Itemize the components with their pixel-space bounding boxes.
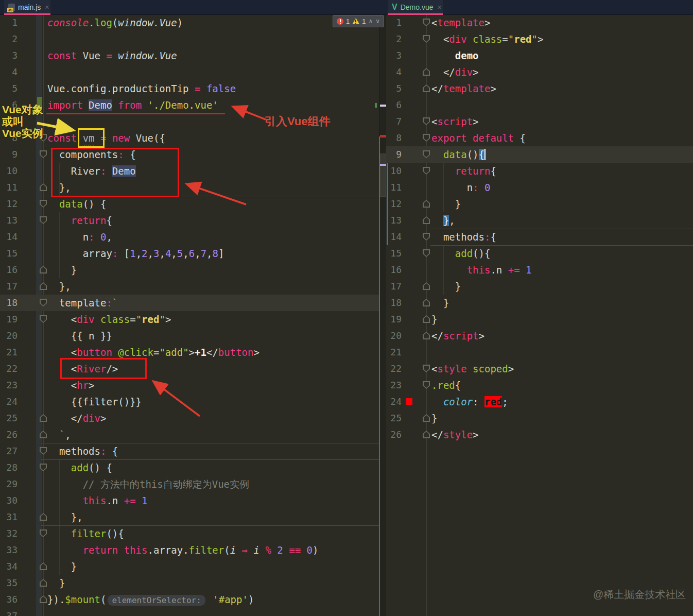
fold-marker-icon[interactable] xyxy=(423,332,430,339)
fold-marker-icon[interactable] xyxy=(423,282,430,290)
code-text[interactable]: methods: { xyxy=(0,443,379,459)
line-number[interactable]: 25 xyxy=(386,410,402,426)
line-number[interactable]: 1 xyxy=(386,14,402,31)
code-line[interactable]: 18 } xyxy=(386,295,693,311)
code-text[interactable]: <div class="red"> xyxy=(0,311,379,328)
line-number[interactable]: 20 xyxy=(0,328,18,344)
fold-marker-icon[interactable] xyxy=(40,150,47,158)
line-number[interactable]: 10 xyxy=(0,163,18,179)
code-text[interactable]: } xyxy=(0,575,379,591)
code-text[interactable]: <button @click="add">+1</button> xyxy=(0,344,379,361)
code-text[interactable]: <River/> xyxy=(0,361,379,377)
code-text[interactable]: <script> xyxy=(386,113,693,130)
color-swatch-icon[interactable] xyxy=(406,398,412,405)
fold-marker-icon[interactable] xyxy=(423,117,430,125)
line-number[interactable]: 11 xyxy=(386,179,402,196)
fold-marker-icon[interactable] xyxy=(40,431,47,438)
line-number[interactable]: 23 xyxy=(386,377,402,393)
code-text[interactable]: n: 0, xyxy=(0,229,379,245)
code-line[interactable]: 22<style scoped> xyxy=(386,361,693,377)
code-text[interactable]: import Demo from './Demo.vue' xyxy=(0,97,379,113)
fold-marker-icon[interactable] xyxy=(40,562,47,570)
line-number[interactable]: 4 xyxy=(386,64,402,80)
code-line[interactable]: 36}).$mount(elementOrSelector: '#app') xyxy=(0,591,379,608)
code-line[interactable]: 4 xyxy=(0,64,379,80)
code-line[interactable]: 2 xyxy=(0,31,379,47)
code-text[interactable]: </div> xyxy=(0,410,379,426)
code-text[interactable]: this.n += 1 xyxy=(0,492,379,509)
code-text[interactable]: {{filter()}} xyxy=(0,393,379,410)
line-number[interactable]: 33 xyxy=(0,542,18,558)
code-line[interactable]: 26 `, xyxy=(0,426,379,443)
line-number[interactable]: 8 xyxy=(386,130,402,146)
fold-marker-icon[interactable] xyxy=(423,150,430,158)
code-line[interactable]: 31 }, xyxy=(0,509,379,525)
line-number[interactable]: 18 xyxy=(0,295,18,311)
scrollbar-mark-error[interactable] xyxy=(380,135,386,138)
line-number[interactable]: 31 xyxy=(0,509,18,525)
fold-marker-icon[interactable] xyxy=(423,19,430,26)
code-line[interactable]: 10 return{ xyxy=(386,163,693,179)
line-number[interactable]: 32 xyxy=(0,525,18,542)
fold-marker-icon[interactable] xyxy=(40,183,47,191)
close-icon[interactable]: × xyxy=(45,3,49,11)
code-line[interactable]: 25 </div> xyxy=(0,410,379,426)
editor-scrollbar[interactable] xyxy=(379,14,386,616)
editor-demo-vue[interactable]: 1<template>2 <div class="red">3 demo4 </… xyxy=(386,14,693,616)
fold-marker-icon[interactable] xyxy=(423,381,430,389)
line-number[interactable]: 12 xyxy=(386,196,402,212)
code-line[interactable]: 4 </div> xyxy=(386,64,693,80)
line-number[interactable]: 18 xyxy=(386,295,402,311)
line-number[interactable]: 2 xyxy=(386,31,402,47)
code-text[interactable]: data() { xyxy=(0,196,379,212)
code-text[interactable]: export default { xyxy=(386,130,693,146)
code-line[interactable]: 8const vm = new Vue({ xyxy=(0,130,379,146)
editor-main-js[interactable]: 1console.log(window.Vue)23const Vue = wi… xyxy=(0,14,379,616)
code-line[interactable]: 30 this.n += 1 xyxy=(0,492,379,509)
line-number[interactable]: 23 xyxy=(0,377,18,393)
line-number[interactable]: 12 xyxy=(0,196,18,212)
code-text[interactable]: const vm = new Vue({ xyxy=(0,130,379,146)
fold-marker-icon[interactable] xyxy=(423,249,430,257)
line-number[interactable]: 9 xyxy=(0,146,18,163)
line-number[interactable]: 19 xyxy=(386,311,402,328)
line-number[interactable]: 28 xyxy=(0,459,18,476)
code-line[interactable]: 24 color: red; xyxy=(386,393,693,410)
code-line[interactable]: 15 add(){ xyxy=(386,245,693,262)
code-line[interactable]: 15 array: [1,2,3,4,5,6,7,8] xyxy=(0,245,379,262)
fold-marker-icon[interactable] xyxy=(40,282,47,290)
fold-marker-icon[interactable] xyxy=(40,595,47,603)
fold-marker-icon[interactable] xyxy=(423,233,430,241)
code-line[interactable]: 1console.log(window.Vue) xyxy=(0,14,379,31)
code-text[interactable]: demo xyxy=(386,47,693,64)
line-number[interactable]: 17 xyxy=(0,278,18,295)
code-line[interactable]: 21 xyxy=(386,344,693,361)
code-line[interactable]: 23 <hr> xyxy=(0,377,379,393)
scrollbar-mark-lavender[interactable] xyxy=(380,164,386,166)
code-line[interactable]: 20</script> xyxy=(386,328,693,344)
code-line[interactable]: 19} xyxy=(386,311,693,328)
code-line[interactable]: 1<template> xyxy=(386,14,693,31)
chevron-up-icon[interactable]: ∧ xyxy=(368,18,373,24)
line-number[interactable]: 15 xyxy=(386,245,402,262)
fold-marker-icon[interactable] xyxy=(423,414,430,422)
code-line[interactable]: 7<script> xyxy=(386,113,693,130)
line-number[interactable]: 14 xyxy=(386,229,402,245)
code-text[interactable]: }).$mount(elementOrSelector: '#app') xyxy=(0,591,379,609)
fold-marker-icon[interactable] xyxy=(423,365,430,372)
code-line[interactable]: 5</template> xyxy=(386,80,693,97)
code-text[interactable]: // 方法中的this自动绑定为Vue实例 xyxy=(0,476,379,492)
code-line[interactable]: 11 n: 0 xyxy=(386,179,693,196)
code-line[interactable]: 33 return this.array.filter(i ⇒ i % 2 ≡≡… xyxy=(0,542,379,558)
code-line[interactable]: 5Vue.config.productionTip = false xyxy=(0,80,379,97)
code-line[interactable]: 24 {{filter()}} xyxy=(0,393,379,410)
code-text[interactable]: </script> xyxy=(386,328,693,344)
line-number[interactable]: 21 xyxy=(386,344,402,361)
line-number[interactable]: 22 xyxy=(386,361,402,377)
fold-marker-icon[interactable] xyxy=(40,447,47,455)
line-number[interactable]: 22 xyxy=(0,361,18,377)
code-text[interactable]: } xyxy=(0,558,379,575)
fold-marker-icon[interactable] xyxy=(423,216,430,224)
code-text[interactable]: </template> xyxy=(386,80,693,97)
code-text[interactable]: add() { xyxy=(0,459,379,476)
